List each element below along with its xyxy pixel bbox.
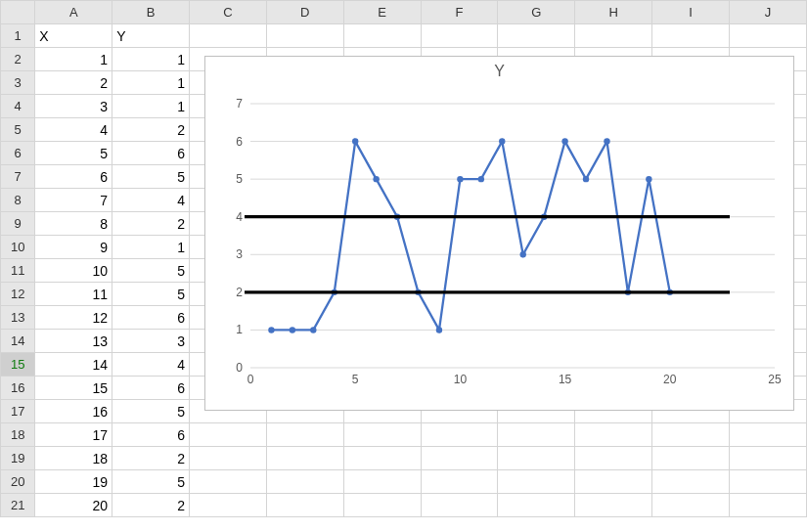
cell[interactable] — [730, 423, 807, 447]
cell[interactable] — [730, 447, 807, 470]
cell[interactable]: 9 — [35, 236, 112, 259]
cell[interactable]: 4 — [35, 118, 112, 142]
cell[interactable] — [730, 470, 807, 494]
cell[interactable] — [343, 470, 421, 494]
cell[interactable]: 20 — [35, 494, 112, 517]
cell[interactable] — [190, 470, 267, 494]
cell[interactable]: 15 — [35, 377, 112, 400]
cell[interactable] — [498, 24, 575, 48]
column-header[interactable]: G — [498, 1, 575, 24]
row-header[interactable]: 16 — [1, 377, 35, 400]
column-header[interactable]: C — [190, 1, 267, 24]
cell[interactable] — [190, 447, 267, 470]
column-header[interactable]: F — [421, 1, 498, 24]
cell[interactable] — [575, 494, 652, 517]
cell[interactable]: 2 — [112, 212, 190, 236]
row-header[interactable]: 13 — [1, 306, 35, 330]
cell[interactable] — [343, 494, 421, 517]
column-header[interactable]: D — [266, 1, 343, 24]
row-header[interactable]: 2 — [1, 48, 35, 71]
cell[interactable] — [730, 494, 807, 517]
cell[interactable]: 18 — [35, 447, 112, 470]
cell[interactable]: 2 — [35, 71, 112, 95]
row-header[interactable]: 8 — [1, 189, 35, 212]
cell[interactable] — [421, 24, 498, 48]
cell[interactable]: 1 — [112, 236, 190, 259]
cell[interactable]: 6 — [112, 423, 190, 447]
row-header[interactable]: 4 — [1, 95, 35, 118]
cell[interactable] — [575, 470, 652, 494]
row-header[interactable]: 3 — [1, 71, 35, 95]
cell[interactable]: 5 — [112, 470, 190, 494]
cell[interactable]: 17 — [35, 423, 112, 447]
cell[interactable]: 2 — [112, 447, 190, 470]
cell[interactable]: 1 — [112, 48, 190, 71]
cell[interactable] — [421, 423, 498, 447]
cell[interactable]: 1 — [112, 71, 190, 95]
cell[interactable]: 16 — [35, 400, 112, 423]
column-header[interactable]: I — [652, 1, 730, 24]
cell[interactable]: 5 — [112, 259, 190, 283]
row-header[interactable]: 5 — [1, 118, 35, 142]
embedded-chart[interactable]: Y 012345670510152025 — [204, 56, 794, 411]
cell[interactable]: 3 — [35, 95, 112, 118]
cell[interactable]: 11 — [35, 283, 112, 306]
cell[interactable] — [266, 494, 343, 517]
cell[interactable] — [343, 447, 421, 470]
cell[interactable]: 10 — [35, 259, 112, 283]
cell[interactable] — [575, 24, 652, 48]
cell[interactable] — [421, 494, 498, 517]
cell[interactable]: 4 — [112, 353, 190, 377]
cell[interactable] — [421, 470, 498, 494]
cell[interactable]: 6 — [112, 306, 190, 330]
cell[interactable] — [343, 24, 421, 48]
cell[interactable]: 6 — [112, 142, 190, 165]
cell[interactable] — [575, 423, 652, 447]
cell[interactable] — [498, 470, 575, 494]
row-header[interactable]: 14 — [1, 330, 35, 353]
cell[interactable] — [498, 447, 575, 470]
cell[interactable]: 13 — [35, 330, 112, 353]
cell[interactable]: 2 — [112, 118, 190, 142]
column-header[interactable]: E — [343, 1, 421, 24]
cell[interactable]: 1 — [35, 48, 112, 71]
cell[interactable] — [730, 24, 807, 48]
cell[interactable] — [652, 24, 730, 48]
row-header[interactable]: 6 — [1, 142, 35, 165]
row-header[interactable]: 15 — [1, 353, 35, 377]
cell[interactable] — [343, 423, 421, 447]
row-header[interactable]: 10 — [1, 236, 35, 259]
row-header[interactable]: 12 — [1, 283, 35, 306]
cell[interactable] — [652, 423, 730, 447]
cell[interactable]: 6 — [112, 377, 190, 400]
cell[interactable] — [652, 494, 730, 517]
row-header[interactable]: 9 — [1, 212, 35, 236]
cell[interactable] — [498, 423, 575, 447]
cell[interactable]: 19 — [35, 470, 112, 494]
row-header[interactable]: 7 — [1, 165, 35, 189]
row-header[interactable]: 17 — [1, 400, 35, 423]
cell[interactable] — [575, 447, 652, 470]
row-header[interactable]: 21 — [1, 494, 35, 517]
cell[interactable] — [266, 24, 343, 48]
cell[interactable] — [498, 494, 575, 517]
cell[interactable] — [190, 24, 267, 48]
cell[interactable]: 2 — [112, 494, 190, 517]
cell[interactable] — [190, 494, 267, 517]
cell[interactable]: 6 — [35, 165, 112, 189]
cell[interactable]: 5 — [112, 400, 190, 423]
cell[interactable] — [652, 447, 730, 470]
cell[interactable]: 3 — [112, 330, 190, 353]
cell[interactable] — [266, 447, 343, 470]
cell[interactable]: Y — [112, 24, 190, 48]
row-header[interactable]: 11 — [1, 259, 35, 283]
cell[interactable] — [266, 423, 343, 447]
cell[interactable]: 1 — [112, 95, 190, 118]
cell[interactable]: 7 — [35, 189, 112, 212]
column-header[interactable]: A — [35, 1, 112, 24]
column-header[interactable]: H — [575, 1, 652, 24]
cell[interactable] — [190, 423, 267, 447]
select-all-corner[interactable] — [1, 1, 35, 24]
row-header[interactable]: 1 — [1, 24, 35, 48]
cell[interactable]: 4 — [112, 189, 190, 212]
